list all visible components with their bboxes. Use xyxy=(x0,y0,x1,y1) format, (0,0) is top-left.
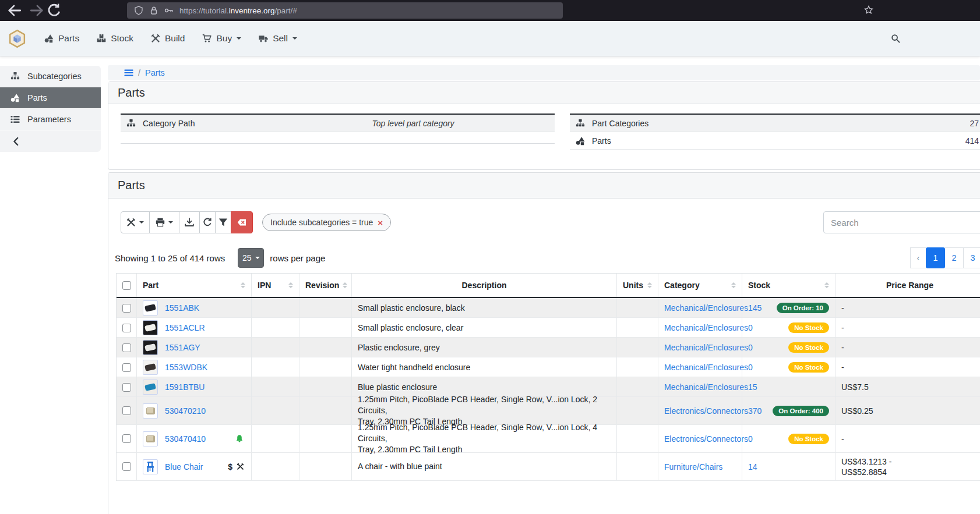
nav-item-sell[interactable]: Sell xyxy=(259,33,297,44)
menu-icon[interactable] xyxy=(124,68,133,77)
stock-cell: 0No Stock xyxy=(742,425,835,452)
stock-link[interactable]: 0 xyxy=(748,323,753,332)
row-checkbox[interactable] xyxy=(122,304,131,313)
category-link[interactable]: Mechanical/Enclosures xyxy=(664,363,748,372)
category-link[interactable]: Mechanical/Enclosures xyxy=(664,323,748,332)
column-header-revision[interactable]: Revision xyxy=(299,274,351,297)
part-link[interactable]: 530470210 xyxy=(165,406,206,416)
column-header-category[interactable]: Category xyxy=(658,274,742,297)
part-link[interactable]: 1551AGY xyxy=(165,343,200,352)
revision-cell xyxy=(299,377,351,397)
pagination-prev[interactable]: ‹ xyxy=(910,247,926,268)
column-label: Category xyxy=(664,281,700,290)
sort-icon[interactable] xyxy=(237,282,245,288)
forward-icon[interactable] xyxy=(29,4,44,17)
remove-filter-icon[interactable]: × xyxy=(378,218,383,228)
row-checkbox[interactable] xyxy=(122,343,131,352)
row-checkbox[interactable] xyxy=(122,434,131,443)
stat-value: 27 xyxy=(970,119,980,128)
part-thumbnail[interactable] xyxy=(143,403,158,419)
clear-filters-button[interactable] xyxy=(231,211,253,233)
category-link[interactable]: Electronics/Connectors xyxy=(664,406,748,416)
back-icon[interactable] xyxy=(7,4,22,17)
sort-icon[interactable] xyxy=(285,282,293,288)
part-link[interactable]: 1591BTBU xyxy=(165,382,205,392)
search-icon[interactable] xyxy=(891,34,900,43)
pagination-page-3[interactable]: 3 xyxy=(963,247,980,268)
row-checkbox[interactable] xyxy=(122,324,131,332)
part-link[interactable]: 1551ACLR xyxy=(165,323,205,332)
category-link[interactable]: Mechanical/Enclosures xyxy=(664,303,748,313)
row-checkbox[interactable] xyxy=(122,406,131,415)
nav-item-buy[interactable]: Buy xyxy=(202,33,241,44)
category-link[interactable]: Mechanical/Enclosures xyxy=(664,343,748,352)
nav-item-parts[interactable]: Parts xyxy=(44,33,79,44)
stat-label: Part Categories xyxy=(592,119,648,128)
sort-icon[interactable] xyxy=(339,282,347,288)
row-checkbox[interactable] xyxy=(122,363,131,372)
pagination-page-1[interactable]: 1 xyxy=(926,247,945,268)
part-link[interactable]: Blue Chair xyxy=(165,462,203,472)
part-link[interactable]: 1551ABK xyxy=(165,303,199,313)
row-checkbox[interactable] xyxy=(122,383,131,392)
part-thumbnail[interactable] xyxy=(143,300,158,316)
stock-link[interactable]: 15 xyxy=(748,382,757,392)
showing-rows-text: Showing 1 to 25 of 414 rows xyxy=(115,253,225,263)
part-thumbnail[interactable] xyxy=(143,431,158,446)
stock-link[interactable]: 370 xyxy=(748,406,762,416)
nav-item-build[interactable]: Build xyxy=(151,33,185,44)
url-bar[interactable]: https://tutorial.inventree.org/part/# xyxy=(127,2,563,19)
part-thumbnail[interactable] xyxy=(143,340,158,355)
sidebar-item-label: Parameters xyxy=(27,115,71,124)
sidebar: SubcategoriesPartsParameters xyxy=(0,66,101,152)
part-link[interactable]: 530470410 xyxy=(165,434,206,444)
sidebar-item-subcategories[interactable]: Subcategories xyxy=(0,66,101,87)
sidebar-item-parts[interactable]: Parts xyxy=(0,87,101,109)
sidebar-collapse-button[interactable] xyxy=(0,130,101,152)
sort-icon[interactable] xyxy=(821,282,829,288)
stock-link[interactable]: 14 xyxy=(748,462,757,472)
stock-link[interactable]: 0 xyxy=(748,434,753,444)
category-link[interactable]: Furniture/Chairs xyxy=(664,462,722,472)
stock-link[interactable]: 145 xyxy=(748,303,762,313)
table-row: 1551AGYPlastic enclosure, greyMechanical… xyxy=(117,338,980,357)
part-link[interactable]: 1553WDBK xyxy=(165,363,207,372)
category-link[interactable]: Electronics/Connectors xyxy=(664,434,748,444)
stock-cell: 0No Stock xyxy=(742,318,835,338)
download-button[interactable] xyxy=(179,211,200,233)
lock-icon[interactable] xyxy=(149,6,158,15)
shield-icon[interactable] xyxy=(134,6,143,15)
part-thumbnail[interactable] xyxy=(143,320,158,335)
table-actions-button[interactable] xyxy=(121,211,150,233)
stock-link[interactable]: 0 xyxy=(748,343,753,352)
page-size-dropdown[interactable]: 25 xyxy=(238,248,264,268)
print-button[interactable] xyxy=(149,211,179,233)
category-link[interactable]: Mechanical/Enclosures xyxy=(664,382,748,392)
inventree-logo[interactable] xyxy=(8,29,27,48)
key-icon[interactable] xyxy=(164,6,174,15)
nav-item-stock[interactable]: Stock xyxy=(97,33,133,44)
refresh-table-button[interactable] xyxy=(199,211,216,233)
part-thumbnail[interactable] xyxy=(143,360,158,375)
pagination-page-2[interactable]: 2 xyxy=(944,247,964,268)
filter-button[interactable] xyxy=(215,211,231,233)
select-all-checkbox[interactable] xyxy=(122,281,131,290)
row-checkbox[interactable] xyxy=(122,462,131,471)
sort-icon[interactable] xyxy=(644,282,652,288)
column-header-stock[interactable]: Stock xyxy=(742,274,835,297)
reload-icon[interactable] xyxy=(47,4,62,17)
sort-icon[interactable] xyxy=(728,282,736,288)
part-thumbnail[interactable] xyxy=(143,380,158,395)
table-search-input[interactable] xyxy=(823,211,980,233)
column-header-ipn[interactable]: IPN xyxy=(251,274,299,297)
sidebar-item-parameters[interactable]: Parameters xyxy=(0,109,101,130)
column-header-units[interactable]: Units xyxy=(616,274,658,297)
part-thumbnail[interactable] xyxy=(143,459,158,474)
units-cell xyxy=(616,318,658,338)
stock-badge: No Stock xyxy=(788,342,829,353)
bookmark-star-icon[interactable] xyxy=(864,5,873,15)
breadcrumb: / Parts xyxy=(108,65,980,80)
stock-link[interactable]: 0 xyxy=(748,363,753,372)
breadcrumb-link-parts[interactable]: Parts xyxy=(145,68,165,77)
column-header-part[interactable]: Part xyxy=(136,274,251,297)
